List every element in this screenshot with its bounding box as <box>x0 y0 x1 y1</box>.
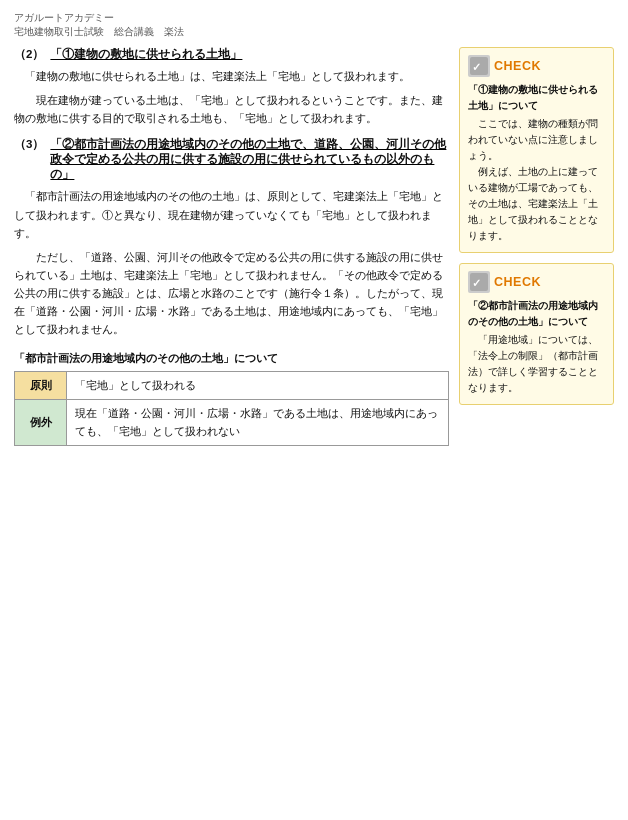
table-row-principle: 原則 「宅地」として扱われる <box>15 371 449 400</box>
section-3-para1: 「都市計画法の用途地域内のその他の土地」は、原則として、宅建楽法上「宅地」として… <box>14 187 449 241</box>
section-3-title: 「②都市計画法の用途地域内のその他の土地で、道路、公園、河川その他政令で定める公… <box>50 137 449 182</box>
section-2-block: （2） 「①建物の敷地に供せられる土地」 「建物の敷地に供せられる土地」は、宅建… <box>14 47 449 127</box>
table-content-principle: 「宅地」として扱われる <box>67 371 449 400</box>
section-3-heading: （3） 「②都市計画法の用途地域内のその他の土地で、道路、公園、河川その他政令で… <box>14 137 449 182</box>
table-title: 「都市計画法の用途地域内のその他の土地」について <box>14 351 449 366</box>
check-box-2: ✓ CHECK 「②都市計画法の用途地域内のその他の土地」について 「用途地域」… <box>459 263 614 405</box>
check-icon-1: ✓ <box>468 55 490 77</box>
table-content-exception: 現在「道路・公園・河川・広場・水路」である土地は、用途地域内にあっても、「宅地」… <box>67 400 449 446</box>
left-column: （2） 「①建物の敷地に供せられる土地」 「建物の敷地に供せられる土地」は、宅建… <box>14 47 449 446</box>
section-2-title: 「①建物の敷地に供せられる土地」 <box>50 47 242 62</box>
page: アガルートアカデミー 宅地建物取引士試験 総合講義 楽法 （2） 「①建物の敷地… <box>0 0 628 460</box>
section-2-para2: 現在建物が建っている土地は、「宅地」として扱われるということです。また、建物の敷… <box>14 91 449 127</box>
main-content: （2） 「①建物の敷地に供せられる土地」 「建物の敷地に供せられる土地」は、宅建… <box>14 47 614 446</box>
check-label-2: CHECK <box>494 272 541 292</box>
svg-text:✓: ✓ <box>472 61 481 73</box>
check-header-1: ✓ CHECK <box>468 55 605 77</box>
breadcrumb2: 宅地建物取引士試験 総合講義 楽法 <box>14 26 614 39</box>
rule-table: 原則 「宅地」として扱われる 例外 現在「道路・公園・河川・広場・水路」である土… <box>14 371 449 447</box>
section-3-para2: ただし、「道路、公園、河川その他政令で定める公共の用に供する施設の用に供せられて… <box>14 248 449 339</box>
table-header-principle: 原則 <box>15 371 67 400</box>
section-2-num: （2） <box>14 47 44 62</box>
right-column: ✓ CHECK 「①建物の敷地に供せられる土地」について ここでは、建物の種類が… <box>459 47 614 446</box>
check-body-1b: 例えば、土地の上に建っている建物が工場であっても、その土地は、宅建楽法上「土地」… <box>468 164 605 244</box>
check-subtitle-2: 「②都市計画法の用途地域内のその他の土地」について <box>468 298 605 329</box>
section-2-para1: 「建物の敷地に供せられる土地」は、宅建楽法上「宅地」として扱われます。 <box>14 67 449 85</box>
check-label-1: CHECK <box>494 56 541 76</box>
check-icon-2: ✓ <box>468 271 490 293</box>
check-subtitle-1: 「①建物の敷地に供せられる土地」について <box>468 82 605 113</box>
check-header-2: ✓ CHECK <box>468 271 605 293</box>
check-body-1a: ここでは、建物の種類が問われていない点に注意しましょう。 <box>468 116 605 164</box>
breadcrumb1: アガルートアカデミー <box>14 12 614 25</box>
check-box-1: ✓ CHECK 「①建物の敷地に供せられる土地」について ここでは、建物の種類が… <box>459 47 614 253</box>
table-row-exception: 例外 現在「道路・公園・河川・広場・水路」である土地は、用途地域内にあっても、「… <box>15 400 449 446</box>
check-body-2a: 「用途地域」については、「法令上の制限」（都市計画法）で詳しく学習することとなり… <box>468 332 605 396</box>
section-3-block: （3） 「②都市計画法の用途地域内のその他の土地で、道路、公園、河川その他政令で… <box>14 137 449 338</box>
table-header-exception: 例外 <box>15 400 67 446</box>
svg-text:✓: ✓ <box>472 277 481 289</box>
section-3-num: （3） <box>14 137 44 152</box>
table-section: 「都市計画法の用途地域内のその他の土地」について 原則 「宅地」として扱われる … <box>14 351 449 447</box>
section-2-heading: （2） 「①建物の敷地に供せられる土地」 <box>14 47 449 62</box>
